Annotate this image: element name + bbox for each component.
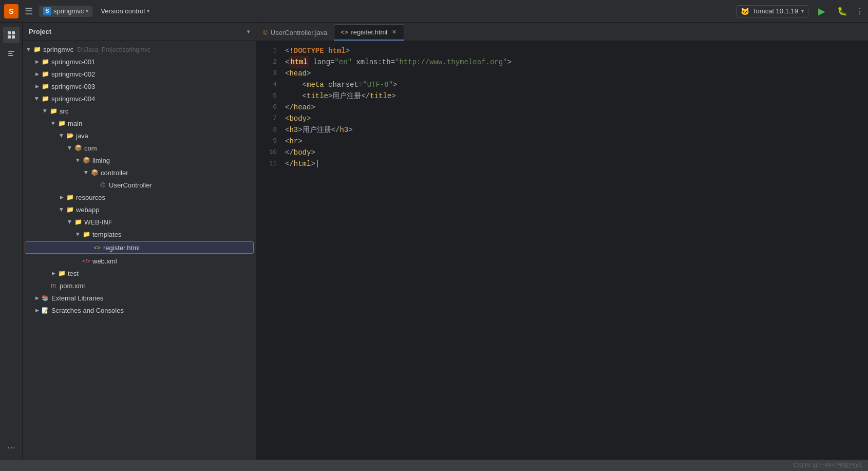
- templates-icon: 📁: [82, 230, 90, 238]
- code-editor[interactable]: 1 2 3 4 5 6 7 8 9 10 11 <!DOCTYPE html>: [256, 41, 868, 460]
- line-num-7: 7: [256, 113, 277, 124]
- tree-item-liming[interactable]: ▶ 📦 liming: [23, 154, 256, 166]
- sidebar-tree: ▶ 📁 springmvc D:\Java_Project\springmvc …: [23, 41, 256, 460]
- editor-area: © UserController.java <> register.html ✕…: [256, 23, 868, 460]
- tree-item-scratches[interactable]: ▶ 📝 Scratches and Consoles: [23, 304, 256, 316]
- src-label: src: [60, 107, 68, 115]
- topbar-left: S ☰ S springmvc ▾ Version control ▾: [4, 4, 736, 19]
- line-num-5: 5: [256, 90, 277, 102]
- tomcat-selector[interactable]: 🐱 Tomcat 10.1.19 ▾: [736, 5, 808, 17]
- topbar: S ☰ S springmvc ▾ Version control ▾ 🐱 To…: [0, 0, 868, 23]
- tree-item-webxml[interactable]: </> web.xml: [23, 255, 256, 267]
- tree-item-pomxml[interactable]: m pom.xml: [23, 279, 256, 292]
- item-003-arrow: ▶: [33, 82, 41, 90]
- controller-icon: 📦: [90, 168, 99, 177]
- line-num-6: 6: [256, 102, 277, 113]
- tree-item-002[interactable]: ▶ 📁 springmvc-002: [23, 68, 256, 80]
- app-logo: S: [4, 4, 18, 18]
- tree-item-004[interactable]: ▶ 📁 springmvc-004: [23, 92, 256, 105]
- svg-rect-3: [12, 35, 15, 39]
- tree-item-templates[interactable]: ▶ 📁 templates: [23, 228, 256, 240]
- tree-item-usercontroller[interactable]: © UserController: [23, 179, 256, 191]
- resources-label: resources: [76, 194, 105, 201]
- code-line-3: <head>: [285, 68, 868, 79]
- com-icon: 📦: [74, 144, 82, 152]
- controller-label: controller: [101, 169, 128, 177]
- svg-rect-0: [8, 31, 11, 34]
- tab-usercontroller[interactable]: © UserController.java: [256, 24, 334, 41]
- item-002-label: springmvc-002: [51, 70, 95, 78]
- main-arrow: ▶: [49, 119, 58, 127]
- vcs-selector[interactable]: Version control ▾: [97, 6, 154, 16]
- tab-bar: © UserController.java <> register.html ✕: [256, 23, 868, 41]
- item-002-icon: 📁: [41, 70, 49, 78]
- structure-icon[interactable]: [3, 45, 20, 62]
- line-num-10: 10: [256, 147, 277, 158]
- project-icon: S: [43, 7, 51, 15]
- pomxml-label: pom.xml: [60, 282, 85, 290]
- line-num-8: 8: [256, 124, 277, 136]
- tomcat-chevron: ▾: [801, 8, 804, 14]
- tree-root[interactable]: ▶ 📁 springmvc D:\Java_Project\springmvc: [23, 43, 256, 55]
- tab-register-html[interactable]: <> register.html ✕: [334, 24, 404, 41]
- line-numbers: 1 2 3 4 5 6 7 8 9 10 11: [256, 41, 281, 460]
- tree-item-webapp[interactable]: ▶ 📁 webapp: [23, 203, 256, 216]
- line-num-9: 9: [256, 136, 277, 147]
- vcs-chevron: ▾: [147, 8, 149, 14]
- liming-icon: 📦: [82, 156, 90, 164]
- tree-item-test[interactable]: ▶ 📁 test: [23, 267, 256, 279]
- register-html-icon: <>: [93, 243, 101, 252]
- resources-icon: 📁: [66, 193, 74, 201]
- java-folder-icon: 📂: [66, 131, 74, 140]
- project-selector[interactable]: S springmvc ▾: [39, 6, 92, 17]
- tree-item-register-html[interactable]: <> register.html: [25, 241, 254, 254]
- tree-item-extlibs[interactable]: ▶ 📚 External Libraries: [23, 292, 256, 304]
- item-001-arrow: ▶: [33, 58, 41, 66]
- extlibs-arrow: ▶: [33, 294, 41, 302]
- run-button[interactable]: ▶: [815, 4, 829, 18]
- project-chevron: ▾: [86, 8, 88, 14]
- tab-java-icon: ©: [263, 29, 268, 36]
- code-line-2: <html lang="en" xmlns:th="http://www.thy…: [285, 56, 868, 68]
- svg-rect-5: [8, 53, 12, 54]
- tree-item-controller[interactable]: ▶ 📦 controller: [23, 166, 256, 179]
- tree-item-java[interactable]: ▶ 📂 java: [23, 129, 256, 142]
- tab-close-icon[interactable]: ✕: [390, 29, 398, 36]
- webinf-icon: 📁: [74, 218, 82, 226]
- tree-item-com[interactable]: ▶ 📦 com: [23, 142, 256, 154]
- pomxml-icon: m: [49, 281, 58, 290]
- svg-rect-4: [8, 51, 14, 52]
- src-icon: 📁: [49, 107, 58, 115]
- com-arrow: ▶: [66, 144, 74, 152]
- svg-rect-1: [12, 31, 15, 34]
- debug-button[interactable]: 🐛: [835, 4, 850, 18]
- templates-arrow: ▶: [74, 230, 82, 238]
- code-line-11: </html>: [285, 158, 868, 169]
- tree-item-webinf[interactable]: ▶ 📁 WEB-INF: [23, 216, 256, 228]
- webxml-label: web.xml: [92, 257, 117, 265]
- tomcat-icon: 🐱: [741, 7, 749, 15]
- tree-item-src[interactable]: ▶ 📁 src: [23, 105, 256, 117]
- code-line-10: </body>: [285, 147, 868, 158]
- tree-item-001[interactable]: ▶ 📁 springmvc-001: [23, 55, 256, 68]
- hamburger-menu[interactable]: ☰: [23, 4, 35, 19]
- watermark: CSDN @小钟不想敲代码: [793, 461, 862, 470]
- code-line-9: <hr>: [285, 136, 868, 147]
- vcs-label: Version control: [101, 7, 145, 15]
- more-tools-icon[interactable]: ⋯: [3, 439, 20, 456]
- topbar-right: 🐱 Tomcat 10.1.19 ▾ ▶ 🐛 ⋮: [736, 4, 864, 18]
- project-view-icon[interactable]: [3, 27, 20, 43]
- cursor: [315, 158, 319, 169]
- root-label: springmvc D:\Java_Project\springmvc: [43, 46, 150, 53]
- sidebar-chevron[interactable]: ▾: [247, 29, 250, 34]
- more-options-icon[interactable]: ⋮: [856, 6, 864, 16]
- tree-item-main[interactable]: ▶ 📁 main: [23, 117, 256, 129]
- usercontroller-icon: ©: [99, 181, 107, 189]
- code-line-8: <h3>用户注册</h3>: [285, 124, 868, 136]
- tree-item-003[interactable]: ▶ 📁 springmvc-003: [23, 80, 256, 92]
- code-content[interactable]: <!DOCTYPE html> <html lang="en" xmlns:th…: [281, 41, 868, 460]
- register-html-arrow: [85, 243, 93, 252]
- item-004-icon: 📁: [41, 95, 49, 103]
- extlibs-label: External Libraries: [51, 294, 103, 302]
- tree-item-resources[interactable]: ▶ 📁 resources: [23, 191, 256, 203]
